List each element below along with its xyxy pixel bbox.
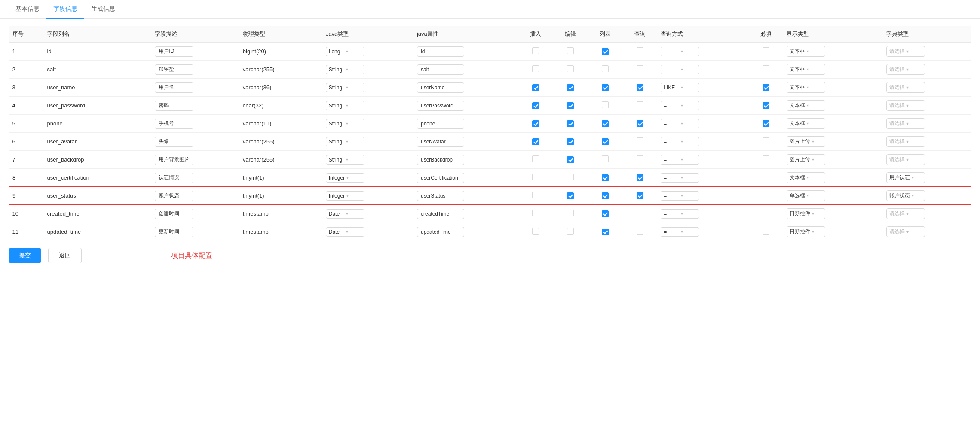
cell-querytype[interactable]: =▾ [657,205,748,223]
querytype-select[interactable]: =▾ [661,47,699,56]
cell-fielddesc[interactable] [151,133,239,151]
cell-query[interactable] [622,97,657,115]
displaytype-select[interactable]: 单选框▾ [787,190,825,201]
cell-list[interactable] [588,115,622,133]
cell-query[interactable] [622,169,657,187]
cell-querytype[interactable]: =▾ [657,115,748,133]
cell-required[interactable] [748,61,783,79]
tab-generate[interactable]: 生成信息 [84,0,122,19]
cell-fielddesc[interactable] [151,79,239,97]
cell-list[interactable] [588,61,622,79]
edit-checkbox[interactable] [567,102,574,109]
required-checkbox[interactable] [763,210,769,216]
cell-required[interactable] [748,79,783,97]
cell-edit[interactable] [553,151,588,169]
query-checkbox[interactable] [637,192,643,199]
cell-insert[interactable] [518,61,553,79]
displaytype-select[interactable]: 文本框▾ [787,118,825,129]
dicttype-select[interactable]: 请选择▾ [886,226,925,237]
list-checkbox[interactable] [602,192,609,199]
displaytype-select[interactable]: 图片上传▾ [787,136,825,147]
edit-checkbox[interactable] [567,228,574,235]
query-checkbox[interactable] [637,120,643,127]
query-checkbox[interactable] [637,101,643,108]
cell-required[interactable] [748,115,783,133]
insert-checkbox[interactable] [532,47,539,54]
query-checkbox[interactable] [637,65,643,72]
cell-javaprop[interactable] [413,187,518,205]
cell-javaprop[interactable] [413,43,518,61]
cell-fielddesc[interactable] [151,151,239,169]
insert-checkbox[interactable] [532,102,539,109]
cell-fielddesc[interactable] [151,169,239,187]
cell-edit[interactable] [553,43,588,61]
tab-fields[interactable]: 字段信息 [46,0,84,19]
cell-javaprop[interactable] [413,169,518,187]
cell-javatype[interactable]: String▾ [322,115,413,133]
cell-edit[interactable] [553,133,588,151]
cell-javatype[interactable]: Date▾ [322,205,413,223]
required-checkbox[interactable] [763,65,769,72]
displaytype-select[interactable]: 文本框▾ [787,82,825,93]
cell-querytype[interactable]: =▾ [657,151,748,169]
dicttype-select[interactable]: 请选择▾ [886,100,925,111]
cell-javatype[interactable]: String▾ [322,151,413,169]
query-checkbox[interactable] [637,210,643,216]
required-checkbox[interactable] [763,102,769,109]
cell-dicttype[interactable]: 账户状态▾ [883,187,971,205]
cell-required[interactable] [748,187,783,205]
displaytype-select[interactable]: 文本框▾ [787,64,825,75]
cell-javatype[interactable]: Integer▾ [322,169,413,187]
displaytype-select[interactable]: 文本框▾ [787,100,825,111]
querytype-select[interactable]: =▾ [661,137,699,146]
insert-checkbox[interactable] [532,192,539,198]
cell-querytype[interactable]: LIKE▾ [657,79,748,97]
list-checkbox[interactable] [602,174,609,181]
javatype-select[interactable]: Date▾ [326,227,364,237]
cell-javatype[interactable]: Integer▾ [322,187,413,205]
query-checkbox[interactable] [637,174,643,181]
displaytype-select[interactable]: 日期控件▾ [787,208,825,219]
tab-basic[interactable]: 基本信息 [9,0,46,19]
cell-edit[interactable] [553,61,588,79]
querytype-select[interactable]: =▾ [661,155,699,165]
cell-insert[interactable] [518,169,553,187]
required-checkbox[interactable] [763,192,769,198]
cell-dicttype[interactable]: 用户认证▾ [883,169,971,187]
cell-dicttype[interactable]: 请选择▾ [883,61,971,79]
cell-querytype[interactable]: =▾ [657,61,748,79]
cell-required[interactable] [748,133,783,151]
dicttype-select[interactable]: 请选择▾ [886,118,925,129]
cell-dicttype[interactable]: 请选择▾ [883,133,971,151]
cell-list[interactable] [588,169,622,187]
cell-insert[interactable] [518,115,553,133]
javatype-select[interactable]: Long▾ [326,47,364,56]
javatype-select[interactable]: String▾ [326,155,364,165]
querytype-select[interactable]: =▾ [661,227,699,237]
cell-querytype[interactable]: =▾ [657,169,748,187]
cell-javatype[interactable]: Date▾ [322,223,413,241]
required-checkbox[interactable] [763,174,769,180]
list-checkbox[interactable] [602,155,609,162]
list-checkbox[interactable] [602,229,609,235]
edit-checkbox[interactable] [567,47,574,54]
cell-displaytype[interactable]: 图片上传▾ [783,133,883,151]
cell-edit[interactable] [553,205,588,223]
cell-edit[interactable] [553,115,588,133]
cell-javaprop[interactable] [413,151,518,169]
query-checkbox[interactable] [637,47,643,54]
edit-checkbox[interactable] [567,174,574,180]
cell-required[interactable] [748,205,783,223]
query-checkbox[interactable] [637,137,643,144]
cell-javaprop[interactable] [413,115,518,133]
javatype-select[interactable]: String▾ [326,83,364,92]
insert-checkbox[interactable] [532,155,539,162]
querytype-select[interactable]: =▾ [661,101,699,110]
cell-insert[interactable] [518,43,553,61]
dicttype-select[interactable]: 请选择▾ [886,82,925,93]
cell-javatype[interactable]: String▾ [322,61,413,79]
dicttype-select[interactable]: 请选择▾ [886,154,925,165]
edit-checkbox[interactable] [567,210,574,216]
querytype-select[interactable]: LIKE▾ [661,83,699,92]
list-checkbox[interactable] [602,48,609,55]
